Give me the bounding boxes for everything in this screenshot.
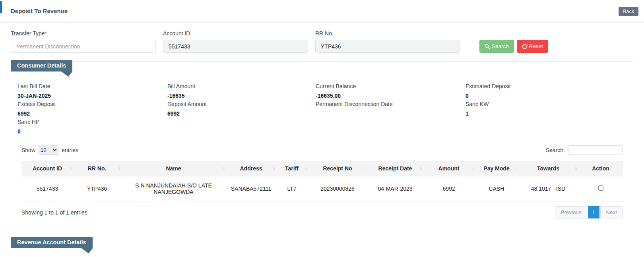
column-header-name[interactable]: Name↑↓ <box>121 161 226 176</box>
accent-bar <box>0 1 2 13</box>
sort-icon: ↑↓ <box>515 166 517 170</box>
refresh-icon <box>522 44 528 49</box>
table-row: 5517433YTP436S N NANJUNDAIAH S/O LATE NA… <box>21 176 623 201</box>
field-current-balance: Current Balance -16635.00 Permanent Disc… <box>316 83 466 138</box>
table-body: 5517433YTP436S N NANJUNDAIAH S/O LATE NA… <box>21 176 623 201</box>
table-cell: 6992 <box>423 176 475 201</box>
column-header-tariff[interactable]: Tariff↑↓ <box>276 161 308 176</box>
required-asterisk: * <box>45 30 47 37</box>
column-header-account-id[interactable]: Account ID↑↓ <box>21 161 73 176</box>
action-cell <box>578 176 623 201</box>
table-cell: 5517433 <box>21 176 73 201</box>
filter-buttons: Search Reset <box>479 40 548 53</box>
table-cell: 48.1017 - ISD <box>518 176 578 201</box>
table-footer: Showing 1 to 1 of 1 entries Previous 1 N… <box>21 206 623 218</box>
pagination: Previous 1 Next <box>554 206 623 218</box>
column-header-amount[interactable]: Amount↑↓ <box>423 161 475 176</box>
table-cell: 04-MAR-2023 <box>367 176 423 201</box>
page-size-select[interactable]: 10 <box>39 145 58 155</box>
consumer-details-tab: Consumer Details <box>11 60 72 71</box>
table-cell: YTP436 <box>73 176 121 201</box>
field-bill-amount: Bill Amount -16635 Deposit Amount 6992 <box>167 83 316 138</box>
sort-icon: ↑↓ <box>223 166 225 170</box>
sort-icon: ↑↓ <box>471 166 473 170</box>
page-1-button[interactable]: 1 <box>588 206 600 218</box>
field-last-bill-date: Last Bill Date 30-JAN-2025 Excess Deposi… <box>17 83 167 138</box>
consumer-details-panel: Consumer Details Last Bill Date 30-JAN-2… <box>11 61 633 233</box>
rr-no-group: RR No. <box>315 30 460 53</box>
filter-form: Transfer Type* Account ID RR No. Search … <box>0 23 644 53</box>
table-cell: 20230000826 <box>308 176 367 201</box>
column-header-pay-mode[interactable]: Pay Mode↑↓ <box>475 161 518 176</box>
column-header-rr-no-[interactable]: RR No.↑↓ <box>73 161 121 176</box>
table-cell: CASH <box>475 176 518 201</box>
table-cell: SANABA572111 <box>226 176 276 201</box>
table-header-row: Account ID↑↓RR No.↑↓Name↑↓Address↑↓Tarif… <box>21 161 623 176</box>
table-search-control: Search: <box>546 145 623 155</box>
account-id-group: Account ID <box>163 30 308 53</box>
search-button[interactable]: Search <box>479 40 514 53</box>
table-cell: LT7 <box>276 176 308 201</box>
column-header-receipt-date[interactable]: Receipt Date↑↓ <box>367 161 423 176</box>
sort-icon: ↑↓ <box>272 166 275 170</box>
row-select-checkbox[interactable] <box>598 186 603 191</box>
column-header-towards[interactable]: Towards↑↓ <box>518 161 578 176</box>
column-header-address[interactable]: Address↑↓ <box>226 161 276 176</box>
sort-icon: ↑↓ <box>117 166 120 170</box>
page-header: Deposit To Revenue Back <box>0 0 644 23</box>
search-icon <box>485 44 490 49</box>
sort-icon: ↑↓ <box>574 166 577 170</box>
revenue-fields: Select To Account ID* To : Account ID* <box>11 240 633 257</box>
transfer-type-group: Transfer Type* <box>11 30 156 53</box>
previous-page-button[interactable]: Previous <box>555 206 587 218</box>
reset-button[interactable]: Reset <box>517 40 548 53</box>
revenue-account-details-panel: Revenue Account Details Select To Accoun… <box>11 240 633 257</box>
rr-no-label: RR No. <box>315 30 460 37</box>
entries-label: entries <box>62 147 78 153</box>
consumer-fields: Last Bill Date 30-JAN-2025 Excess Deposi… <box>11 62 633 138</box>
sort-icon: ↑↓ <box>419 166 422 170</box>
revenue-account-details-tab: Revenue Account Details <box>11 237 93 248</box>
sort-icon: ↑↓ <box>70 166 72 170</box>
receipts-table: Account ID↑↓RR No.↑↓Name↑↓Address↑↓Tarif… <box>21 161 623 201</box>
table-search-input[interactable] <box>568 145 623 155</box>
column-header-receipt-no[interactable]: Receipt No↑↓ <box>308 161 367 176</box>
account-id-label: Account ID <box>163 30 308 37</box>
rr-no-input[interactable] <box>315 40 460 53</box>
next-page-button[interactable]: Next <box>600 206 623 218</box>
sort-icon: ↑↓ <box>364 166 366 170</box>
table-info: Showing 1 to 1 of 1 entries <box>21 209 87 216</box>
account-id-input[interactable] <box>163 40 308 53</box>
table-cell: S N NANJUNDAIAH S/O LATE NANJEGOWDA <box>121 176 226 201</box>
page-length-control: Show 10 entries <box>21 145 78 155</box>
table-search-label: Search: <box>546 147 565 153</box>
field-estimated-deposit: Estimated Deposit 0 Sanc KW 1 <box>466 83 633 138</box>
page-title: Deposit To Revenue <box>11 8 68 14</box>
back-button[interactable]: Back <box>619 7 638 16</box>
column-header-action: Action <box>578 161 623 176</box>
sort-icon: ↑↓ <box>304 166 306 170</box>
transfer-type-input[interactable] <box>11 40 156 53</box>
transfer-type-label: Transfer Type* <box>11 30 156 37</box>
datatable-controls: Show 10 entries Search: <box>21 145 623 155</box>
show-label: Show <box>21 147 35 153</box>
